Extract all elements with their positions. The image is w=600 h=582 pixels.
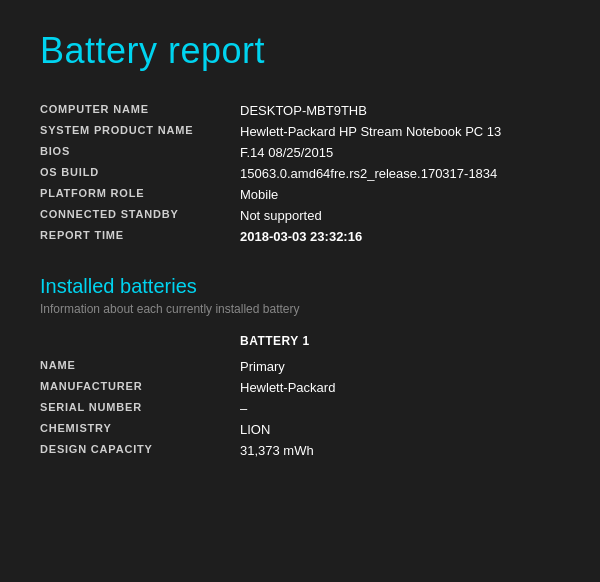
system-info-value: F.14 08/25/2015	[240, 142, 560, 163]
section-divider: Installed batteries Information about ea…	[40, 275, 560, 461]
system-info-label: SYSTEM PRODUCT NAME	[40, 121, 240, 142]
system-info-row: OS BUILD15063.0.amd64fre.rs2_release.170…	[40, 163, 560, 184]
system-info-row: REPORT TIME2018-03-03 23:32:16	[40, 226, 560, 247]
battery-header: BATTERY 1	[240, 334, 560, 348]
system-info-row: BIOSF.14 08/25/2015	[40, 142, 560, 163]
system-info-label: CONNECTED STANDBY	[40, 205, 240, 226]
battery-info-label: MANUFACTURER	[40, 377, 240, 398]
system-info-value: Hewlett-Packard HP Stream Notebook PC 13	[240, 121, 560, 142]
battery-table: NAMEPrimaryMANUFACTURERHewlett-PackardSE…	[40, 356, 560, 461]
system-info-table: COMPUTER NAMEDESKTOP-MBT9THBSYSTEM PRODU…	[40, 100, 560, 247]
battery-info-label: DESIGN CAPACITY	[40, 440, 240, 461]
battery-info-value: Primary	[240, 356, 560, 377]
battery-info-value: –	[240, 398, 560, 419]
installed-batteries-title: Installed batteries	[40, 275, 560, 298]
system-info-value: Not supported	[240, 205, 560, 226]
battery-info-label: SERIAL NUMBER	[40, 398, 240, 419]
system-info-row: SYSTEM PRODUCT NAMEHewlett-Packard HP St…	[40, 121, 560, 142]
system-info-value: DESKTOP-MBT9THB	[240, 100, 560, 121]
system-info-row: CONNECTED STANDBYNot supported	[40, 205, 560, 226]
battery-info-value: Hewlett-Packard	[240, 377, 560, 398]
battery-info-label: CHEMISTRY	[40, 419, 240, 440]
system-info-label: COMPUTER NAME	[40, 100, 240, 121]
system-info-value: Mobile	[240, 184, 560, 205]
battery-info-value: LION	[240, 419, 560, 440]
battery-info-row: CHEMISTRYLION	[40, 419, 560, 440]
system-info-label: OS BUILD	[40, 163, 240, 184]
system-info-label: REPORT TIME	[40, 226, 240, 247]
battery-info-row: MANUFACTURERHewlett-Packard	[40, 377, 560, 398]
battery-info-value: 31,373 mWh	[240, 440, 560, 461]
system-info-value: 15063.0.amd64fre.rs2_release.170317-1834	[240, 163, 560, 184]
battery-info-row: SERIAL NUMBER–	[40, 398, 560, 419]
system-info-row: PLATFORM ROLEMobile	[40, 184, 560, 205]
battery-info-row: NAMEPrimary	[40, 356, 560, 377]
installed-batteries-subtitle: Information about each currently install…	[40, 302, 560, 316]
battery-info-label: NAME	[40, 356, 240, 377]
system-info-label: PLATFORM ROLE	[40, 184, 240, 205]
system-info-value: 2018-03-03 23:32:16	[240, 226, 560, 247]
page-container: Battery report COMPUTER NAMEDESKTOP-MBT9…	[0, 0, 600, 582]
battery-info-row: DESIGN CAPACITY31,373 mWh	[40, 440, 560, 461]
page-title: Battery report	[40, 30, 560, 72]
system-info-label: BIOS	[40, 142, 240, 163]
system-info-row: COMPUTER NAMEDESKTOP-MBT9THB	[40, 100, 560, 121]
